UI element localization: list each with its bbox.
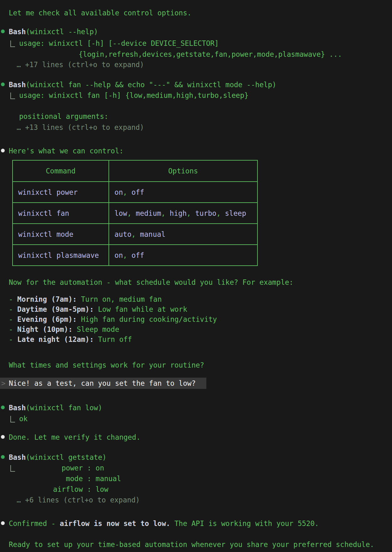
- text-segment: -: [9, 335, 17, 343]
- options-cell: on, off: [109, 245, 257, 265]
- option-separator: ,: [123, 188, 131, 196]
- command-cell: winixctl plasmawave: [13, 245, 109, 265]
- option-text: turbo: [195, 209, 216, 217]
- text-segment: Now for the automation - what schedule w…: [9, 278, 294, 286]
- option-text: high: [170, 209, 187, 217]
- tool-args: (winixctl fan --help && echo "---" && wi…: [26, 81, 276, 89]
- option-separator: ,: [127, 209, 136, 217]
- expand-hint[interactable]: … +17 lines (ctrl+o to expand): [17, 61, 144, 69]
- prompt-chevron-icon: >: [0, 379, 9, 387]
- text-segment: … +6 lines (ctrl+o to expand): [17, 496, 140, 504]
- text-segment: -: [9, 315, 17, 323]
- text-segment: Late night (12am):: [17, 335, 94, 343]
- option-text: off: [131, 188, 144, 196]
- text-segment: Confirmed -: [9, 519, 60, 528]
- text-segment: -: [9, 325, 17, 333]
- option-separator: ,: [123, 251, 131, 259]
- option-text: off: [131, 251, 144, 259]
- options-cell: auto, manual: [109, 224, 257, 244]
- schedule-list-item: - Late night (12am): Turn off: [9, 335, 132, 344]
- header-label: Command: [46, 167, 76, 175]
- message-bullet: [1, 435, 5, 439]
- text-segment: airflow : low: [19, 485, 108, 493]
- text-segment: ok: [19, 415, 28, 423]
- table-row: winixctl fanlow, medium, high, turbo, sl…: [13, 203, 257, 224]
- expand-hint[interactable]: … +6 lines (ctrl+o to expand): [17, 496, 140, 504]
- tool-output: mode : manual: [19, 475, 121, 483]
- option-text: on: [114, 251, 123, 259]
- schedule-list-item: - Evening (6pm): High fan during cooking…: [9, 315, 217, 324]
- option-text: manual: [140, 230, 165, 238]
- assistant-text: Here's what we can control:: [9, 147, 124, 155]
- table-row: winixctl plasmawaveon, off: [13, 245, 257, 265]
- table-header-row: CommandOptions: [13, 161, 257, 182]
- tool-output: power : on: [19, 464, 104, 472]
- command-cell: winixctl fan: [13, 203, 109, 223]
- option-text: low: [114, 209, 127, 217]
- text-segment: Night (10pm):: [17, 325, 72, 333]
- tool-args: (winixctl --help): [26, 28, 98, 36]
- option-separator: ,: [131, 230, 140, 238]
- tool-name: Bash: [9, 453, 26, 461]
- command-cell: winixctl power: [13, 182, 109, 202]
- text-segment: Turn off: [94, 335, 132, 343]
- tool-output: usage: winixctl fan [-h] {low,medium,hig…: [19, 91, 249, 100]
- option-separator: ,: [161, 209, 170, 217]
- output-connector-icon: [10, 416, 15, 422]
- command-text: winixctl plasmawave: [18, 251, 99, 259]
- text-segment: Ready to set up your time-based automati…: [9, 540, 374, 549]
- assistant-text: Ready to set up your time-based automati…: [9, 540, 374, 549]
- text-segment: -: [9, 295, 17, 303]
- text-segment: power : on: [19, 464, 104, 472]
- options-cell: on, off: [109, 182, 257, 202]
- text-segment: {login,refresh,devices,getstate,fan,powe…: [19, 50, 342, 58]
- command-text: winixctl fan: [18, 209, 69, 217]
- table-row: winixctl modeauto, manual: [13, 224, 257, 245]
- expand-hint[interactable]: … +13 lines (ctrl+o to expand): [17, 123, 144, 132]
- text-segment: usage: winixctl fan [-h] {low,medium,hig…: [19, 91, 249, 99]
- tool-bullet: [1, 29, 5, 33]
- tool-output: airflow : low: [19, 485, 108, 494]
- text-segment: airflow is now set to low.: [60, 519, 170, 528]
- text-segment: -: [9, 305, 17, 313]
- assistant-text: Now for the automation - what schedule w…: [9, 278, 294, 287]
- tool-bullet: [1, 82, 5, 86]
- option-separator: ,: [187, 209, 195, 217]
- text-segment: usage: winixctl [-h] [--device DEVICE_SE…: [19, 39, 219, 47]
- terminal-screen: CommandOptionswinixctl poweron, offwinix…: [0, 0, 392, 552]
- option-text: sleep: [225, 209, 246, 217]
- command-text: winixctl mode: [18, 230, 73, 238]
- message-bullet: [1, 149, 5, 152]
- tool-output: ok: [19, 415, 28, 423]
- output-connector-icon: [10, 40, 15, 47]
- text-segment: … +13 lines (ctrl+o to expand): [17, 123, 144, 131]
- tool-command-bash: Bash(winixctl getstate): [9, 453, 107, 462]
- assistant-text: Let me check all available control optio…: [9, 9, 191, 17]
- text-segment: The API is working with your 5520.: [170, 519, 319, 528]
- output-connector-icon: [10, 93, 15, 99]
- tool-command-bash: Bash(winixctl --help): [9, 28, 98, 36]
- column-header-command: Command: [13, 161, 109, 181]
- tool-output: {login,refresh,devices,getstate,fan,powe…: [19, 50, 342, 59]
- text-segment: Low fan while at work: [94, 305, 187, 313]
- tool-args: (winixctl getstate): [26, 453, 106, 461]
- text-segment: Evening (6pm):: [17, 315, 77, 323]
- assistant-text: What times and settings work for your ro…: [9, 361, 204, 369]
- schedule-list-item: - Daytime (9am-5pm): Low fan while at wo…: [9, 305, 187, 314]
- tool-bullet: [1, 455, 5, 459]
- assistant-text: Confirmed - airflow is now set to low. T…: [9, 519, 319, 528]
- control-options-table: CommandOptionswinixctl poweron, offwinix…: [12, 160, 258, 266]
- column-header-options: Options: [109, 161, 257, 181]
- tool-name: Bash: [9, 81, 26, 89]
- text-segment: positional arguments:: [19, 112, 108, 120]
- tool-name: Bash: [9, 404, 26, 412]
- text-segment: … +17 lines (ctrl+o to expand): [17, 61, 144, 69]
- option-text: medium: [136, 209, 161, 217]
- tool-output: positional arguments:: [19, 112, 108, 121]
- tool-name: Bash: [9, 28, 26, 36]
- user-input-bar: >Nice! as a test, can you set the fan to…: [0, 378, 206, 389]
- text-segment: High fan during cooking/activity: [77, 315, 217, 323]
- option-separator: ,: [216, 209, 225, 217]
- command-text: winixctl power: [18, 188, 78, 196]
- schedule-list-item: - Night (10pm): Sleep mode: [9, 325, 119, 334]
